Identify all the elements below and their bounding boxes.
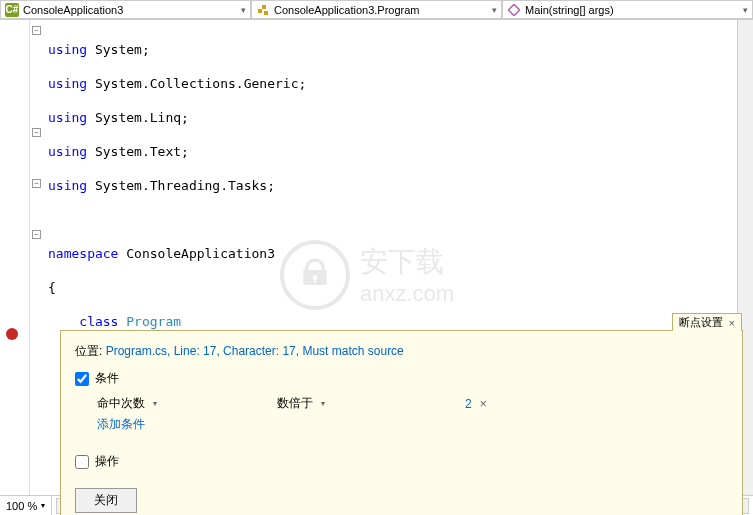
csharp-icon: C#: [5, 3, 19, 17]
outline-gutter[interactable]: − − − −: [30, 20, 44, 495]
location-row: 位置: Program.cs, Line: 17, Character: 17,…: [75, 343, 728, 360]
svg-rect-2: [264, 11, 268, 15]
actions-checkbox[interactable]: [75, 455, 89, 469]
hit-count-value[interactable]: 2: [465, 397, 472, 411]
conditions-row: 条件: [75, 370, 728, 387]
chevron-down-icon: ▾: [153, 399, 157, 408]
actions-label: 操作: [95, 453, 119, 470]
zoom-selector[interactable]: 100 % ▾: [0, 496, 52, 515]
class-dropdown[interactable]: ConsoleApplication3.Program ▾: [251, 0, 502, 19]
breakpoint-icon[interactable]: [6, 328, 18, 340]
close-icon[interactable]: ×: [729, 317, 735, 329]
remove-condition-icon[interactable]: ×: [480, 397, 487, 411]
chevron-down-icon: ▾: [743, 5, 748, 15]
outline-collapse-button[interactable]: −: [32, 179, 41, 188]
chevron-down-icon: ▾: [321, 399, 325, 408]
panel-title-label: 断点设置: [679, 315, 723, 330]
hit-count-select[interactable]: 命中次数 ▾: [97, 395, 247, 412]
actions-row: 操作: [75, 453, 728, 470]
svg-rect-1: [262, 5, 266, 9]
panel-titlebar: 断点设置 ×: [672, 313, 742, 331]
margin-gutter[interactable]: [0, 20, 30, 495]
class-icon: [256, 3, 270, 17]
code-line: class Program: [48, 313, 753, 330]
location-label: 位置:: [75, 344, 106, 358]
outline-collapse-button[interactable]: −: [32, 230, 41, 239]
conditions-label: 条件: [95, 370, 119, 387]
code-line: [48, 211, 753, 228]
code-line: using System.Linq;: [48, 109, 753, 126]
breakpoint-settings-panel: 断点设置 × 位置: Program.cs, Line: 17, Charact…: [60, 330, 743, 515]
code-line: using System.Threading.Tasks;: [48, 177, 753, 194]
condition-detail-row: 命中次数 ▾ 数倍于 ▾ 2 ×: [97, 395, 728, 412]
svg-rect-0: [258, 9, 262, 13]
navigation-bar: C# ConsoleApplication3 ▾ ConsoleApplicat…: [0, 0, 753, 20]
outline-collapse-button[interactable]: −: [32, 26, 41, 35]
file-dropdown-label: ConsoleApplication3: [23, 4, 123, 16]
outline-collapse-button[interactable]: −: [32, 128, 41, 137]
code-line: using System;: [48, 41, 753, 58]
zoom-label: 100 %: [6, 500, 37, 512]
code-line: {: [48, 279, 753, 296]
add-condition-link[interactable]: 添加条件: [97, 416, 145, 433]
method-icon: [507, 3, 521, 17]
file-dropdown[interactable]: C# ConsoleApplication3 ▾: [0, 0, 251, 19]
code-line: using System.Collections.Generic;: [48, 75, 753, 92]
chevron-down-icon: ▾: [241, 5, 246, 15]
method-dropdown[interactable]: Main(string[] args) ▾: [502, 0, 753, 19]
comparison-select[interactable]: 数倍于 ▾: [277, 395, 427, 412]
close-button[interactable]: 关闭: [75, 488, 137, 513]
location-link[interactable]: Program.cs, Line: 17, Character: 17, Mus…: [106, 344, 404, 358]
chevron-down-icon: ▾: [492, 5, 497, 15]
class-dropdown-label: ConsoleApplication3.Program: [274, 4, 420, 16]
conditions-checkbox[interactable]: [75, 372, 89, 386]
svg-rect-3: [508, 4, 519, 15]
code-line: namespace ConsoleApplication3: [48, 245, 753, 262]
code-line: using System.Text;: [48, 143, 753, 160]
method-dropdown-label: Main(string[] args): [525, 4, 614, 16]
chevron-down-icon: ▾: [41, 501, 45, 510]
